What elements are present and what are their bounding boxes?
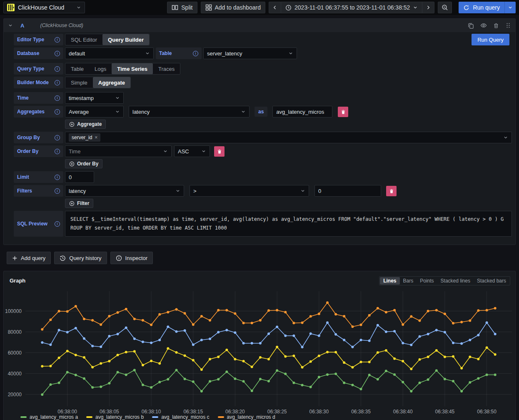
- remove-order-by-button[interactable]: [214, 146, 225, 157]
- add-order-by-button[interactable]: Order By: [65, 159, 102, 168]
- info-icon[interactable]: i: [55, 66, 60, 72]
- drag-handle-icon[interactable]: [505, 22, 511, 28]
- graph-panel: Graph Lines Bars Points Stacked lines St…: [3, 271, 516, 420]
- aggregate-alias-input[interactable]: avg_latency_micros: [272, 106, 332, 118]
- info-icon[interactable]: i: [55, 221, 60, 227]
- remove-chip-icon[interactable]: ×: [95, 135, 97, 140]
- duplicate-query-icon[interactable]: [468, 22, 474, 29]
- query-type-option-table[interactable]: Table: [65, 63, 89, 74]
- chevron-down-icon: [115, 95, 120, 100]
- query-type-option-timeseries[interactable]: Time Series: [112, 63, 153, 74]
- filter-field-select[interactable]: latency: [65, 185, 184, 197]
- add-filter-button[interactable]: Filter: [65, 199, 93, 208]
- sql-preview-text: SELECT $__timeInterval(timestamp) as tim…: [65, 211, 512, 237]
- legend-swatch: [218, 416, 224, 418]
- split-button[interactable]: Split: [167, 2, 197, 13]
- time-column-select[interactable]: timestamp: [65, 92, 124, 104]
- info-icon[interactable]: i: [55, 37, 60, 42]
- history-icon: [60, 255, 66, 261]
- svg-text:100000: 100000: [5, 308, 22, 314]
- explore-toolbar: Add query Query history Inspector: [0, 248, 519, 266]
- run-query-panel-button[interactable]: Run Query: [472, 34, 509, 45]
- group-by-multiselect[interactable]: server_id ×: [65, 132, 512, 143]
- remove-aggregate-button[interactable]: [338, 107, 348, 117]
- clock-icon: [285, 5, 292, 11]
- query-ref-id: A: [20, 22, 24, 29]
- filters-row: Filters i latency > 0: [14, 185, 513, 197]
- info-icon[interactable]: i: [55, 175, 60, 180]
- builder-mode-label: Builder Mode i: [14, 77, 63, 88]
- add-to-dashboard-button[interactable]: Add to dashboard: [201, 2, 266, 13]
- query-type-label: Query Type i: [14, 63, 63, 75]
- filter-operator-select[interactable]: >: [190, 185, 309, 197]
- aggregates-label: Aggregates i: [14, 106, 63, 118]
- add-query-button[interactable]: Add query: [7, 252, 51, 264]
- chevron-down-icon: [163, 149, 168, 154]
- run-query-button[interactable]: Run query: [459, 2, 504, 13]
- apps-icon: [205, 4, 212, 11]
- query-type-option-logs[interactable]: Logs: [89, 63, 112, 74]
- svg-text:06:38:45: 06:38:45: [435, 409, 455, 414]
- run-query-caret-button[interactable]: [504, 2, 516, 13]
- chevron-down-icon: [201, 149, 206, 154]
- builder-mode-row: Builder Mode i Simple Aggregate: [14, 77, 513, 88]
- query-datasource-note: (ClickHouse Cloud): [40, 22, 83, 28]
- info-icon[interactable]: i: [193, 51, 198, 56]
- editor-type-option-sql[interactable]: SQL Editor: [65, 34, 102, 45]
- view-option-bars[interactable]: Bars: [400, 277, 417, 285]
- svg-text:40000: 40000: [8, 371, 22, 377]
- time-range-back-button[interactable]: [269, 2, 281, 13]
- time-range-button[interactable]: 2023-11-01 06:37:55 to 2023-11-01 06:38:…: [281, 2, 422, 13]
- info-icon[interactable]: i: [55, 95, 60, 101]
- sql-preview-label: SQL Preview i: [14, 211, 63, 237]
- remove-filter-button[interactable]: [386, 186, 397, 196]
- plus-circle-icon: [69, 122, 75, 127]
- view-option-stacked-bars[interactable]: Stacked bars: [474, 277, 509, 285]
- timeseries-chart[interactable]: 2000040000600008000010000006:38:0006:38:…: [4, 288, 515, 414]
- info-icon[interactable]: i: [55, 80, 60, 85]
- info-icon[interactable]: i: [55, 109, 60, 115]
- view-option-lines[interactable]: Lines: [380, 277, 399, 285]
- aggregate-column-select[interactable]: latency: [129, 106, 250, 118]
- info-icon[interactable]: i: [55, 188, 60, 194]
- collapse-chevron-icon[interactable]: [8, 23, 13, 28]
- order-by-field-select[interactable]: Time: [65, 145, 172, 157]
- hide-query-eye-icon[interactable]: [480, 22, 487, 29]
- legend-item[interactable]: avg_latency_micros a: [20, 414, 78, 420]
- view-option-points[interactable]: Points: [417, 277, 437, 285]
- filter-value-input[interactable]: 0: [314, 185, 381, 197]
- info-icon[interactable]: i: [55, 135, 60, 140]
- info-icon[interactable]: i: [55, 51, 60, 56]
- add-aggregate-button[interactable]: Aggregate: [65, 120, 106, 129]
- info-icon[interactable]: i: [55, 149, 60, 154]
- limit-input[interactable]: 0: [65, 171, 94, 183]
- aggregate-function-select[interactable]: Average: [65, 106, 124, 118]
- delete-query-trash-icon[interactable]: [493, 22, 499, 29]
- svg-text:06:38:05: 06:38:05: [100, 409, 119, 414]
- builder-mode-option-simple[interactable]: Simple: [65, 77, 93, 88]
- time-range-forward-button[interactable]: [422, 2, 434, 13]
- plus-circle-icon: [69, 201, 75, 206]
- editor-type-option-builder[interactable]: Query Builder: [102, 34, 149, 45]
- svg-text:06:38:25: 06:38:25: [267, 409, 287, 414]
- builder-mode-option-aggregate[interactable]: Aggregate: [93, 77, 130, 88]
- query-header[interactable]: A (ClickHouse Cloud): [4, 19, 515, 32]
- svg-text:06:38:30: 06:38:30: [309, 409, 329, 414]
- table-select[interactable]: server_latency: [203, 48, 297, 59]
- inspector-button[interactable]: Inspector: [110, 252, 153, 264]
- order-by-direction-select[interactable]: ASC: [174, 145, 210, 157]
- datasource-picker[interactable]: ClickHouse Cloud: [3, 2, 85, 13]
- svg-text:60000: 60000: [8, 350, 22, 356]
- view-option-stacked-lines[interactable]: Stacked lines: [437, 277, 474, 285]
- chevron-down-icon: [115, 109, 120, 114]
- legend-item[interactable]: avg_latency_micros c: [152, 414, 209, 420]
- database-select[interactable]: default: [65, 48, 154, 59]
- query-type-option-traces[interactable]: Traces: [153, 63, 180, 74]
- zoom-out-button[interactable]: [438, 2, 452, 13]
- plus-circle-icon: [69, 161, 75, 167]
- legend-item[interactable]: avg_latency_micros d: [218, 414, 275, 420]
- trash-icon: [341, 109, 346, 115]
- query-history-button[interactable]: Query history: [54, 252, 107, 264]
- legend-item[interactable]: avg_latency_micros b: [86, 414, 144, 420]
- database-label: Database i: [14, 48, 63, 59]
